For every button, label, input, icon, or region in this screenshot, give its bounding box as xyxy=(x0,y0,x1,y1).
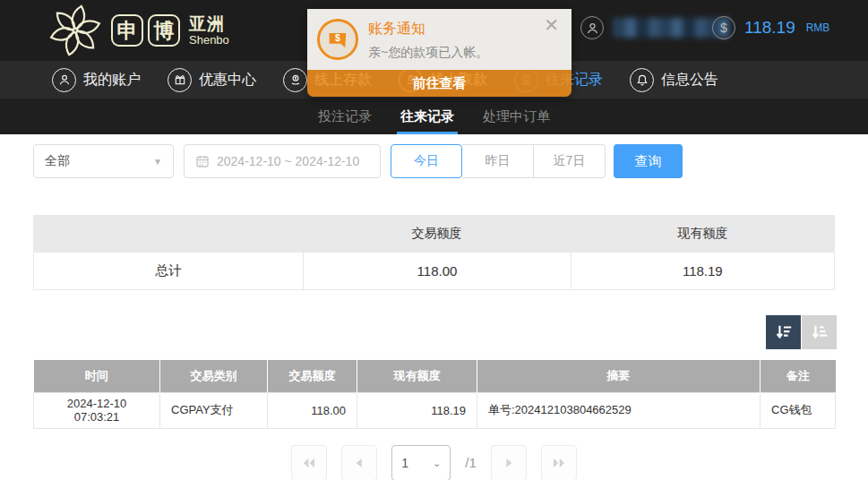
svg-text:$: $ xyxy=(335,32,340,43)
previous-page-button[interactable] xyxy=(341,445,377,480)
summary-total-label: 总计 xyxy=(34,253,303,289)
brand-char-2: 博 xyxy=(148,14,180,47)
cell-summary: 单号:202412103804662529 xyxy=(477,392,761,428)
balance-area: $ 118.19 RMB xyxy=(712,16,829,39)
notification-message: 亲~您的款项已入帐。 xyxy=(368,45,488,61)
tab-transaction-records[interactable]: 往来记录 xyxy=(400,99,454,134)
brand-latin: Shenbo xyxy=(189,34,229,46)
type-filter-select[interactable]: 全部 ▼ xyxy=(33,144,174,178)
search-button[interactable]: 查询 xyxy=(614,144,683,178)
sort-ascending-button[interactable] xyxy=(802,315,837,349)
nav-item-my-account[interactable]: 我的账户 xyxy=(52,68,141,92)
col-summary: 摘要 xyxy=(477,360,761,392)
summary-trade-amount: 118.00 xyxy=(303,253,570,289)
nav-item-promotions[interactable]: 优惠中心 xyxy=(168,68,256,92)
records-header-row: 时间 交易类别 交易额度 现有额度 摘要 备注 xyxy=(34,360,836,392)
calendar-icon xyxy=(195,154,210,168)
double-left-arrow-icon xyxy=(301,455,317,471)
col-transaction-type: 交易类别 xyxy=(160,360,268,392)
balance-amount: 118.19 xyxy=(744,18,795,38)
close-icon[interactable]: ✕ xyxy=(544,16,559,34)
first-page-button[interactable] xyxy=(291,445,327,480)
date-range-input[interactable]: 2024-12-10 ~ 2024-12-10 xyxy=(184,144,381,178)
nav-label: 优惠中心 xyxy=(199,71,256,90)
brand-characters: 申 博 xyxy=(111,14,180,47)
nav-item-announcements[interactable]: 信息公告 xyxy=(630,68,718,92)
sort-controls xyxy=(766,315,837,349)
summary-header-row: 交易额度 现有额度 xyxy=(33,215,835,253)
type-filter-value: 全部 xyxy=(45,153,70,169)
money-message-icon: $ xyxy=(317,19,358,60)
records-table: 时间 交易类别 交易额度 现有额度 摘要 备注 2024-12-10 07:03… xyxy=(33,360,836,429)
summary-total-row: 总计 118.00 118.19 xyxy=(33,253,835,290)
last-7-days-button[interactable]: 近7日 xyxy=(534,144,606,178)
brand-char-1: 申 xyxy=(111,14,143,47)
page: 申 博 亚洲 Shenbo $ 118.19 RMB xyxy=(0,0,868,480)
sort-ascending-icon xyxy=(810,322,829,342)
bell-icon xyxy=(630,68,654,92)
notification-body: $ 账务通知 亲~您的款项已入帐。 ✕ xyxy=(307,9,572,70)
sort-descending-button[interactable] xyxy=(766,315,801,349)
cell-trade-amount: 118.00 xyxy=(268,392,357,428)
col-current-amount: 现有额度 xyxy=(357,360,477,392)
record-tabs: 投注记录 往来记录 处理中订单 xyxy=(0,99,868,134)
sort-descending-icon xyxy=(774,322,794,342)
quick-date-group: 今日 昨日 近7日 xyxy=(391,144,606,178)
summary-table: 交易额度 现有额度 总计 118.00 118.19 xyxy=(33,215,835,290)
brand-logo[interactable]: 申 博 亚洲 Shenbo xyxy=(47,2,229,59)
today-button[interactable]: 今日 xyxy=(391,144,462,178)
right-arrow-icon xyxy=(502,456,516,470)
cell-time: 2024-12-10 07:03:21 xyxy=(34,392,160,428)
caret-down-icon: ▼ xyxy=(153,157,162,167)
tab-pending-orders[interactable]: 处理中订单 xyxy=(483,99,550,134)
brand-region: 亚洲 xyxy=(189,15,229,32)
flower-logo-icon xyxy=(47,2,104,59)
deposit-icon xyxy=(283,68,307,92)
notification-title: 账务通知 xyxy=(368,20,425,39)
left-arrow-icon xyxy=(352,456,366,470)
cell-current-amount: 118.19 xyxy=(357,392,477,428)
user-avatar-icon xyxy=(580,16,604,39)
col-remark: 备注 xyxy=(761,360,836,392)
chevron-down-icon: ⌄ xyxy=(433,458,441,469)
summary-header-current-amount: 现有额度 xyxy=(571,215,835,253)
page-select-value: 1 xyxy=(401,456,408,470)
summary-header-blank xyxy=(33,215,303,253)
user-icon xyxy=(52,68,76,92)
notification-popup: $ 账务通知 亲~您的款项已入帐。 ✕ 前往查看 xyxy=(307,9,572,97)
dollar-circle-icon: $ xyxy=(712,16,735,39)
next-page-button[interactable] xyxy=(491,445,527,480)
page-select[interactable]: 1 ⌄ xyxy=(391,445,451,480)
summary-current-amount: 118.19 xyxy=(571,253,834,289)
cell-transaction-type: CGPAY支付 xyxy=(160,392,268,428)
nav-label: 信息公告 xyxy=(661,71,718,90)
date-range-value: 2024-12-10 ~ 2024-12-10 xyxy=(217,154,359,168)
col-time: 时间 xyxy=(34,360,160,392)
gift-icon xyxy=(168,68,192,92)
table-row: 2024-12-10 07:03:21 CGPAY支付 118.00 118.1… xyxy=(34,392,836,428)
col-trade-amount: 交易额度 xyxy=(268,360,357,392)
user-account-area[interactable] xyxy=(580,16,731,39)
summary-header-trade-amount: 交易额度 xyxy=(303,215,571,253)
nav-label: 我的账户 xyxy=(83,71,141,90)
last-page-button[interactable] xyxy=(541,445,577,480)
page-total: /1 xyxy=(465,445,477,480)
tab-bet-records[interactable]: 投注记录 xyxy=(318,99,372,134)
notification-action-button[interactable]: 前往查看 xyxy=(307,70,572,97)
cell-remark: CG钱包 xyxy=(761,392,836,428)
double-right-arrow-icon xyxy=(551,455,567,471)
pagination: 1 ⌄ /1 xyxy=(0,445,868,480)
yesterday-button[interactable]: 昨日 xyxy=(462,144,534,178)
balance-currency: RMB xyxy=(806,21,830,34)
